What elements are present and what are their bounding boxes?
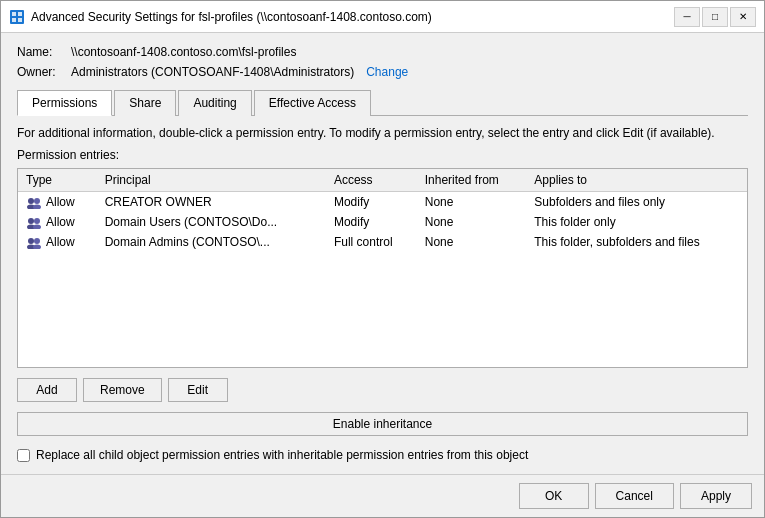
svg-point-16 bbox=[33, 244, 41, 249]
svg-point-13 bbox=[28, 238, 34, 244]
tabs-container: Permissions Share Auditing Effective Acc… bbox=[17, 89, 748, 116]
replace-permissions-label: Replace all child object permission entr… bbox=[36, 448, 528, 462]
col-access: Access bbox=[326, 169, 417, 192]
owner-row: Owner: Administrators (CONTOSOANF-1408\A… bbox=[17, 65, 748, 79]
cell-principal: Domain Admins (CONTOSO\... bbox=[97, 232, 326, 252]
cell-applies-to: This folder only bbox=[526, 212, 747, 232]
replace-permissions-checkbox[interactable] bbox=[17, 449, 30, 462]
maximize-button[interactable]: □ bbox=[702, 7, 728, 27]
cell-principal: Domain Users (CONTOSO\Do... bbox=[97, 212, 326, 232]
ok-button[interactable]: OK bbox=[519, 483, 589, 509]
svg-point-11 bbox=[34, 218, 40, 224]
tab-permissions[interactable]: Permissions bbox=[17, 90, 112, 116]
table-row[interactable]: AllowDomain Users (CONTOSO\Do...ModifyNo… bbox=[18, 212, 747, 232]
table-row[interactable]: AllowCREATOR OWNERModifyNoneSubfolders a… bbox=[18, 192, 747, 213]
cell-access: Full control bbox=[326, 232, 417, 252]
title-bar-controls: ─ □ ✕ bbox=[674, 7, 756, 27]
cell-inherited-from: None bbox=[417, 192, 527, 213]
content-area: Name: \\contosoanf-1408.contoso.com\fsl-… bbox=[1, 33, 764, 474]
svg-rect-4 bbox=[18, 18, 22, 22]
cell-inherited-from: None bbox=[417, 232, 527, 252]
permission-entries-label: Permission entries: bbox=[17, 148, 748, 162]
cell-access: Modify bbox=[326, 212, 417, 232]
col-type: Type bbox=[18, 169, 97, 192]
permission-table-container: Type Principal Access Inherited from App… bbox=[17, 168, 748, 368]
col-inherited-from: Inherited from bbox=[417, 169, 527, 192]
tab-auditing[interactable]: Auditing bbox=[178, 90, 251, 116]
enable-inheritance-button[interactable]: Enable inheritance bbox=[17, 412, 748, 436]
user-icon bbox=[26, 195, 46, 209]
svg-point-9 bbox=[28, 218, 34, 224]
title-bar: Advanced Security Settings for fsl-profi… bbox=[1, 1, 764, 33]
svg-rect-3 bbox=[12, 18, 16, 22]
col-principal: Principal bbox=[97, 169, 326, 192]
svg-point-15 bbox=[34, 238, 40, 244]
main-window: Advanced Security Settings for fsl-profi… bbox=[0, 0, 765, 518]
add-button[interactable]: Add bbox=[17, 378, 77, 402]
tab-effective-access[interactable]: Effective Access bbox=[254, 90, 371, 116]
window-icon bbox=[9, 9, 25, 25]
tab-share[interactable]: Share bbox=[114, 90, 176, 116]
svg-point-5 bbox=[28, 198, 34, 204]
window-title: Advanced Security Settings for fsl-profi… bbox=[31, 10, 674, 24]
action-row: Add Remove Edit bbox=[17, 378, 748, 402]
footer: OK Cancel Apply bbox=[1, 474, 764, 517]
table-row[interactable]: AllowDomain Admins (CONTOSO\...Full cont… bbox=[18, 232, 747, 252]
apply-button[interactable]: Apply bbox=[680, 483, 752, 509]
change-link[interactable]: Change bbox=[366, 65, 408, 79]
minimize-button[interactable]: ─ bbox=[674, 7, 700, 27]
name-value: \\contosoanf-1408.contoso.com\fsl-profil… bbox=[71, 45, 296, 59]
svg-point-8 bbox=[33, 204, 41, 209]
svg-rect-1 bbox=[12, 12, 16, 16]
edit-button[interactable]: Edit bbox=[168, 378, 228, 402]
svg-point-7 bbox=[34, 198, 40, 204]
cell-applies-to: Subfolders and files only bbox=[526, 192, 747, 213]
remove-button[interactable]: Remove bbox=[83, 378, 162, 402]
permission-table: Type Principal Access Inherited from App… bbox=[18, 169, 747, 252]
svg-rect-2 bbox=[18, 12, 22, 16]
col-applies-to: Applies to bbox=[526, 169, 747, 192]
user-icon bbox=[26, 235, 46, 249]
cell-access: Modify bbox=[326, 192, 417, 213]
svg-point-12 bbox=[33, 224, 41, 229]
table-header-row: Type Principal Access Inherited from App… bbox=[18, 169, 747, 192]
cell-type: Allow bbox=[18, 192, 97, 213]
cell-inherited-from: None bbox=[417, 212, 527, 232]
cell-type: Allow bbox=[18, 212, 97, 232]
owner-value: Administrators (CONTOSOANF-1408\Administ… bbox=[71, 65, 354, 79]
cancel-button[interactable]: Cancel bbox=[595, 483, 674, 509]
cell-applies-to: This folder, subfolders and files bbox=[526, 232, 747, 252]
description-text: For additional information, double-click… bbox=[17, 126, 748, 140]
user-icon bbox=[26, 215, 46, 229]
close-button[interactable]: ✕ bbox=[730, 7, 756, 27]
cell-principal: CREATOR OWNER bbox=[97, 192, 326, 213]
name-row: Name: \\contosoanf-1408.contoso.com\fsl-… bbox=[17, 45, 748, 59]
name-label: Name: bbox=[17, 45, 67, 59]
owner-label: Owner: bbox=[17, 65, 67, 79]
checkbox-row: Replace all child object permission entr… bbox=[17, 448, 748, 462]
cell-type: Allow bbox=[18, 232, 97, 252]
